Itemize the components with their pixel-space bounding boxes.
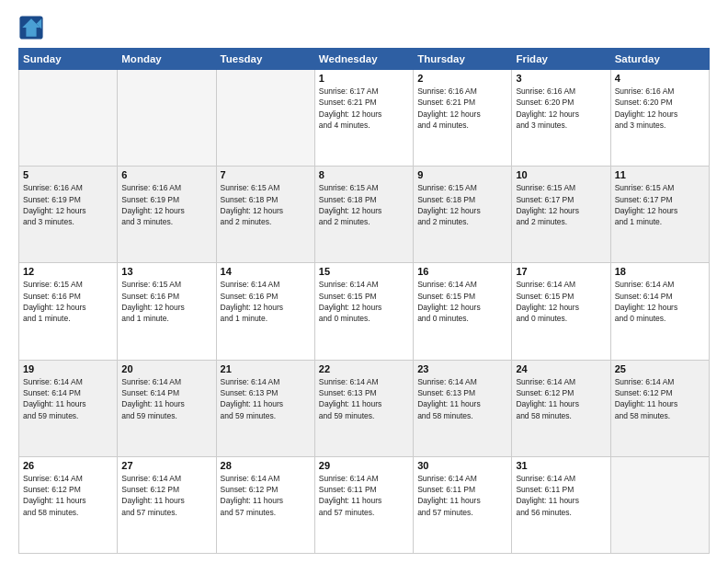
day-number: 26 xyxy=(23,460,113,471)
calendar-cell-10: 10Sunrise: 6:15 AM Sunset: 6:17 PM Dayli… xyxy=(512,167,610,263)
day-info: Sunrise: 6:14 AM Sunset: 6:13 PM Dayligh… xyxy=(221,376,311,421)
calendar-cell-9: 9Sunrise: 6:15 AM Sunset: 6:18 PM Daylig… xyxy=(414,167,512,263)
calendar-weekday-tuesday: Tuesday xyxy=(216,49,314,70)
day-info: Sunrise: 6:16 AM Sunset: 6:20 PM Dayligh… xyxy=(615,86,705,131)
day-number: 17 xyxy=(516,266,606,277)
calendar-cell-30: 30Sunrise: 6:14 AM Sunset: 6:11 PM Dayli… xyxy=(414,456,512,553)
day-number: 8 xyxy=(319,169,409,180)
calendar-cell-8: 8Sunrise: 6:15 AM Sunset: 6:18 PM Daylig… xyxy=(314,167,413,263)
day-info: Sunrise: 6:14 AM Sunset: 6:14 PM Dayligh… xyxy=(615,279,705,324)
day-number: 18 xyxy=(615,266,705,277)
calendar-week-2: 12Sunrise: 6:15 AM Sunset: 6:16 PM Dayli… xyxy=(19,263,710,360)
calendar-cell-29: 29Sunrise: 6:14 AM Sunset: 6:11 PM Dayli… xyxy=(314,456,413,553)
calendar-cell-31: 31Sunrise: 6:14 AM Sunset: 6:11 PM Dayli… xyxy=(512,456,610,553)
day-info: Sunrise: 6:15 AM Sunset: 6:18 PM Dayligh… xyxy=(319,182,409,227)
calendar-cell-5: 5Sunrise: 6:16 AM Sunset: 6:19 PM Daylig… xyxy=(19,167,118,263)
day-number: 2 xyxy=(417,73,507,84)
day-info: Sunrise: 6:15 AM Sunset: 6:17 PM Dayligh… xyxy=(516,182,606,227)
day-number: 4 xyxy=(615,73,705,84)
calendar-weekday-saturday: Saturday xyxy=(610,49,709,70)
calendar-cell-empty xyxy=(19,70,118,167)
day-number: 11 xyxy=(615,169,705,180)
day-info: Sunrise: 6:14 AM Sunset: 6:12 PM Dayligh… xyxy=(615,376,705,421)
calendar-cell-19: 19Sunrise: 6:14 AM Sunset: 6:14 PM Dayli… xyxy=(19,360,118,456)
day-info: Sunrise: 6:15 AM Sunset: 6:17 PM Dayligh… xyxy=(615,182,705,227)
day-info: Sunrise: 6:15 AM Sunset: 6:18 PM Dayligh… xyxy=(417,182,507,227)
day-info: Sunrise: 6:14 AM Sunset: 6:15 PM Dayligh… xyxy=(516,279,606,324)
calendar-cell-14: 14Sunrise: 6:14 AM Sunset: 6:16 PM Dayli… xyxy=(216,263,314,360)
day-info: Sunrise: 6:14 AM Sunset: 6:11 PM Dayligh… xyxy=(516,473,606,518)
calendar-table: SundayMondayTuesdayWednesdayThursdayFrid… xyxy=(18,48,710,554)
day-number: 19 xyxy=(23,363,113,374)
day-info: Sunrise: 6:15 AM Sunset: 6:18 PM Dayligh… xyxy=(221,182,311,227)
day-info: Sunrise: 6:14 AM Sunset: 6:12 PM Dayligh… xyxy=(516,376,606,421)
calendar-cell-22: 22Sunrise: 6:14 AM Sunset: 6:13 PM Dayli… xyxy=(314,360,413,456)
calendar-weekday-wednesday: Wednesday xyxy=(314,49,413,70)
calendar-week-0: 1Sunrise: 6:17 AM Sunset: 6:21 PM Daylig… xyxy=(19,70,710,167)
calendar-cell-12: 12Sunrise: 6:15 AM Sunset: 6:16 PM Dayli… xyxy=(19,263,118,360)
calendar-cell-23: 23Sunrise: 6:14 AM Sunset: 6:13 PM Dayli… xyxy=(414,360,512,456)
day-number: 29 xyxy=(319,460,409,471)
calendar-cell-empty xyxy=(216,70,314,167)
calendar-cell-7: 7Sunrise: 6:15 AM Sunset: 6:18 PM Daylig… xyxy=(216,167,314,263)
day-info: Sunrise: 6:16 AM Sunset: 6:19 PM Dayligh… xyxy=(121,182,211,227)
day-info: Sunrise: 6:14 AM Sunset: 6:13 PM Dayligh… xyxy=(319,376,409,421)
day-number: 7 xyxy=(221,169,311,180)
calendar-weekday-friday: Friday xyxy=(512,49,610,70)
day-info: Sunrise: 6:14 AM Sunset: 6:16 PM Dayligh… xyxy=(221,279,311,324)
day-number: 1 xyxy=(319,73,409,84)
day-number: 9 xyxy=(417,169,507,180)
calendar-cell-25: 25Sunrise: 6:14 AM Sunset: 6:12 PM Dayli… xyxy=(610,360,709,456)
day-info: Sunrise: 6:15 AM Sunset: 6:16 PM Dayligh… xyxy=(23,279,113,324)
day-number: 23 xyxy=(417,363,507,374)
calendar-weekday-monday: Monday xyxy=(118,49,216,70)
day-number: 13 xyxy=(121,266,211,277)
day-number: 27 xyxy=(121,460,211,471)
day-number: 20 xyxy=(121,363,211,374)
calendar-cell-empty xyxy=(118,70,216,167)
calendar-cell-24: 24Sunrise: 6:14 AM Sunset: 6:12 PM Dayli… xyxy=(512,360,610,456)
calendar-header-row: SundayMondayTuesdayWednesdayThursdayFrid… xyxy=(19,49,710,70)
day-info: Sunrise: 6:14 AM Sunset: 6:14 PM Dayligh… xyxy=(121,376,211,421)
day-number: 6 xyxy=(121,169,211,180)
day-number: 3 xyxy=(516,73,606,84)
day-number: 25 xyxy=(615,363,705,374)
calendar-cell-15: 15Sunrise: 6:14 AM Sunset: 6:15 PM Dayli… xyxy=(314,263,413,360)
calendar-week-4: 26Sunrise: 6:14 AM Sunset: 6:12 PM Dayli… xyxy=(19,456,710,553)
calendar-cell-28: 28Sunrise: 6:14 AM Sunset: 6:12 PM Dayli… xyxy=(216,456,314,553)
day-number: 30 xyxy=(417,460,507,471)
logo-icon xyxy=(18,15,44,40)
page: SundayMondayTuesdayWednesdayThursdayFrid… xyxy=(0,0,728,563)
day-number: 16 xyxy=(417,266,507,277)
day-number: 15 xyxy=(319,266,409,277)
calendar-cell-1: 1Sunrise: 6:17 AM Sunset: 6:21 PM Daylig… xyxy=(314,70,413,167)
calendar-weekday-thursday: Thursday xyxy=(414,49,512,70)
day-info: Sunrise: 6:14 AM Sunset: 6:12 PM Dayligh… xyxy=(121,473,211,518)
day-number: 24 xyxy=(516,363,606,374)
day-info: Sunrise: 6:14 AM Sunset: 6:15 PM Dayligh… xyxy=(417,279,507,324)
day-number: 31 xyxy=(516,460,606,471)
day-info: Sunrise: 6:15 AM Sunset: 6:16 PM Dayligh… xyxy=(121,279,211,324)
calendar-cell-17: 17Sunrise: 6:14 AM Sunset: 6:15 PM Dayli… xyxy=(512,263,610,360)
calendar-week-3: 19Sunrise: 6:14 AM Sunset: 6:14 PM Dayli… xyxy=(19,360,710,456)
day-number: 5 xyxy=(23,169,113,180)
day-info: Sunrise: 6:14 AM Sunset: 6:13 PM Dayligh… xyxy=(417,376,507,421)
calendar-cell-13: 13Sunrise: 6:15 AM Sunset: 6:16 PM Dayli… xyxy=(118,263,216,360)
day-info: Sunrise: 6:16 AM Sunset: 6:19 PM Dayligh… xyxy=(23,182,113,227)
header xyxy=(18,15,710,40)
calendar-cell-20: 20Sunrise: 6:14 AM Sunset: 6:14 PM Dayli… xyxy=(118,360,216,456)
day-info: Sunrise: 6:14 AM Sunset: 6:11 PM Dayligh… xyxy=(417,473,507,518)
calendar-cell-3: 3Sunrise: 6:16 AM Sunset: 6:20 PM Daylig… xyxy=(512,70,610,167)
calendar-cell-11: 11Sunrise: 6:15 AM Sunset: 6:17 PM Dayli… xyxy=(610,167,709,263)
calendar-cell-21: 21Sunrise: 6:14 AM Sunset: 6:13 PM Dayli… xyxy=(216,360,314,456)
day-info: Sunrise: 6:14 AM Sunset: 6:14 PM Dayligh… xyxy=(23,376,113,421)
day-number: 10 xyxy=(516,169,606,180)
day-info: Sunrise: 6:14 AM Sunset: 6:15 PM Dayligh… xyxy=(319,279,409,324)
day-info: Sunrise: 6:17 AM Sunset: 6:21 PM Dayligh… xyxy=(319,86,409,131)
day-info: Sunrise: 6:14 AM Sunset: 6:11 PM Dayligh… xyxy=(319,473,409,518)
calendar-cell-27: 27Sunrise: 6:14 AM Sunset: 6:12 PM Dayli… xyxy=(118,456,216,553)
day-info: Sunrise: 6:14 AM Sunset: 6:12 PM Dayligh… xyxy=(23,473,113,518)
day-number: 14 xyxy=(221,266,311,277)
day-number: 22 xyxy=(319,363,409,374)
day-number: 12 xyxy=(23,266,113,277)
